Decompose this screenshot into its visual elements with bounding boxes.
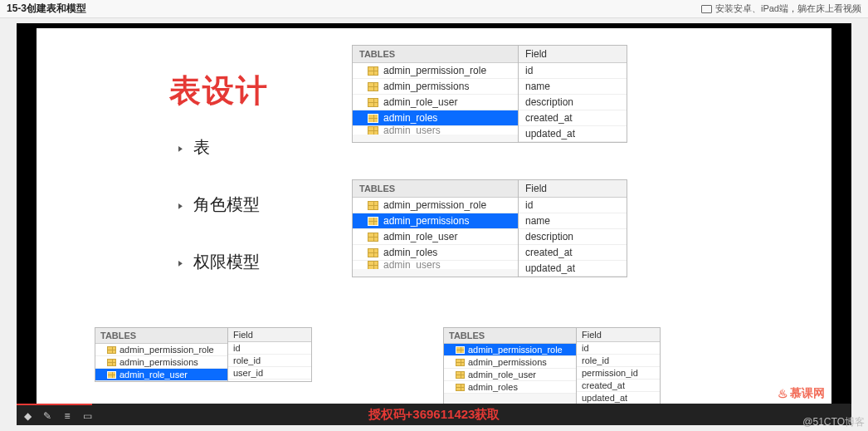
table-row[interactable]: admin_permissions xyxy=(95,356,227,369)
table-row[interactable]: admin_roles xyxy=(353,245,518,261)
table-row[interactable]: admin_role_user xyxy=(353,95,518,110)
table-row[interactable]: admin_users xyxy=(353,261,518,269)
table-icon xyxy=(107,371,116,379)
db-panel-role-user: TABLES admin_permission_role admin_permi… xyxy=(95,327,312,382)
video-frame: 表设计 表 角色模型 权限模型 TABLES admin_permission_… xyxy=(17,23,851,425)
table-icon xyxy=(456,346,465,354)
table-icon xyxy=(107,346,116,354)
player-bar: ◆ ✎ ≡ ▭ 授权码+369611423获取 xyxy=(17,404,851,425)
fields-column: Field id role_id permission_id created_a… xyxy=(577,328,660,404)
tables-header: TABLES xyxy=(353,46,518,63)
field-row: updated_at xyxy=(519,126,627,142)
field-row: description xyxy=(519,95,627,110)
table-row[interactable]: admin_permission_role xyxy=(95,344,227,356)
tables-column: TABLES admin_permission_role admin_permi… xyxy=(353,46,519,142)
table-row[interactable]: admin_permissions xyxy=(444,356,576,369)
table-row-selected[interactable]: admin_role_user xyxy=(95,369,227,381)
table-row[interactable]: admin_role_user xyxy=(353,229,518,245)
field-row: role_id xyxy=(228,355,311,367)
auth-text: 授权码+369611423获取 xyxy=(368,407,500,423)
table-icon xyxy=(456,371,465,379)
player-controls: ◆ ✎ ≡ ▭ xyxy=(22,410,93,422)
table-icon xyxy=(368,66,378,76)
bookmark-icon[interactable]: ◆ xyxy=(22,410,33,422)
page-title: 15-3创建表和模型 xyxy=(7,2,86,16)
field-row: created_at xyxy=(519,110,627,126)
table-icon xyxy=(368,114,378,123)
db-panel-roles: TABLES admin_permission_role admin_permi… xyxy=(352,45,627,143)
edit-icon[interactable]: ✎ xyxy=(41,410,53,422)
table-icon xyxy=(368,261,378,269)
fields-header: Field xyxy=(519,180,627,198)
tables-column: TABLES admin_permission_role admin_permi… xyxy=(444,328,577,404)
table-icon xyxy=(456,359,465,366)
fields-column: Field id role_id user_id xyxy=(228,328,311,381)
brand-watermark: ♨ 慕课网 xyxy=(778,386,825,401)
field-row: permission_id xyxy=(577,367,660,380)
db-panel-permissions: TABLES admin_permission_role admin_permi… xyxy=(352,179,627,277)
progress-bar[interactable] xyxy=(17,404,92,405)
tables-header: TABLES xyxy=(444,328,576,344)
list-icon[interactable]: ≡ xyxy=(61,410,73,422)
field-row: id xyxy=(519,63,627,79)
tables-column: TABLES admin_permission_role admin_permi… xyxy=(353,180,519,277)
tables-header: TABLES xyxy=(353,180,518,198)
field-row: updated_at xyxy=(577,392,660,404)
field-row: id xyxy=(577,342,660,355)
field-row: user_id xyxy=(228,367,311,380)
table-row-selected[interactable]: admin_permission_role xyxy=(444,344,576,356)
table-row[interactable]: admin_users xyxy=(353,126,518,135)
bullet-item: 权限模型 xyxy=(178,251,260,273)
tablet-icon xyxy=(701,5,712,13)
table-row-selected[interactable]: admin_roles xyxy=(353,110,518,126)
field-row: name xyxy=(519,213,627,229)
field-row: role_id xyxy=(577,355,660,367)
field-row: id xyxy=(228,342,311,355)
slide-title: 表设计 xyxy=(169,70,269,112)
bullet-item: 角色模型 xyxy=(178,193,260,216)
field-row: description xyxy=(519,229,627,245)
table-row[interactable]: admin_permissions xyxy=(353,79,518,95)
fields-header: Field xyxy=(577,328,660,342)
page-header: 15-3创建表和模型 安装安卓、iPad端，躺在床上看视频 xyxy=(0,0,868,18)
table-row[interactable]: admin_permission_role xyxy=(353,63,518,79)
table-icon xyxy=(368,201,378,210)
field-row: updated_at xyxy=(519,261,627,277)
page-watermark: @51CTO博客 xyxy=(802,415,865,429)
tables-column: TABLES admin_permission_role admin_permi… xyxy=(95,328,228,381)
table-row[interactable]: admin_roles xyxy=(444,381,576,394)
table-icon xyxy=(368,126,378,135)
table-row[interactable]: admin_permission_role xyxy=(353,198,518,213)
field-row: created_at xyxy=(519,245,627,261)
field-row: id xyxy=(519,198,627,213)
bullet-list: 表 角色模型 权限模型 xyxy=(178,136,260,308)
table-icon xyxy=(368,233,378,242)
tables-header: TABLES xyxy=(95,328,227,344)
db-panel-permission-role: TABLES admin_permission_role admin_permi… xyxy=(443,327,661,404)
table-icon xyxy=(368,82,378,91)
table-icon xyxy=(107,359,116,366)
bullet-item: 表 xyxy=(178,136,260,159)
flame-icon: ♨ xyxy=(778,387,788,400)
slide-content: 表设计 表 角色模型 权限模型 TABLES admin_permission_… xyxy=(37,28,831,404)
install-hint[interactable]: 安装安卓、iPad端，躺在床上看视频 xyxy=(701,2,861,15)
table-icon xyxy=(368,98,378,107)
table-icon xyxy=(456,384,465,391)
expand-icon[interactable]: ▭ xyxy=(81,410,93,422)
fields-header: Field xyxy=(519,46,627,63)
field-row: name xyxy=(519,79,627,95)
table-icon xyxy=(368,248,378,257)
table-row[interactable]: admin_role_user xyxy=(444,369,576,381)
fields-header: Field xyxy=(228,328,311,342)
fields-column: Field id name description created_at upd… xyxy=(519,180,627,277)
table-row-selected[interactable]: admin_permissions xyxy=(353,213,518,229)
field-row: created_at xyxy=(577,380,660,392)
fields-column: Field id name description created_at upd… xyxy=(519,46,627,142)
table-icon xyxy=(368,217,378,226)
